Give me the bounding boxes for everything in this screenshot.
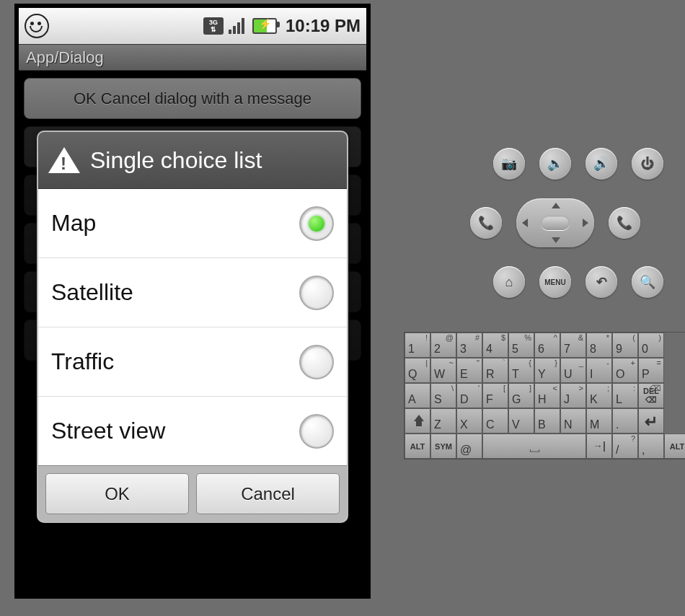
phone-frame: 3G⇅ 10:19 PM App/Dialog OK Cancel dialog… xyxy=(14,4,371,599)
keyboard-key[interactable]: K; xyxy=(586,383,612,408)
radio-icon[interactable] xyxy=(299,206,334,241)
dialog-option[interactable]: Satellite xyxy=(38,258,347,327)
smiley-icon xyxy=(25,14,49,38)
emulator-control-cluster: 📷 🔈 🔊 ⏻ 📞 📞 ⌂ MENU ↶ 🔍 xyxy=(447,148,663,317)
keyboard-key[interactable]: . xyxy=(612,408,638,434)
keyboard-key[interactable]: ALT xyxy=(664,434,685,459)
phone-screen: 3G⇅ 10:19 PM App/Dialog OK Cancel dialog… xyxy=(19,8,366,594)
keyboard-key[interactable] xyxy=(586,434,612,459)
keyboard-key[interactable]: , xyxy=(638,434,664,459)
keyboard-key[interactable]: O+ xyxy=(612,358,638,383)
end-call-button[interactable]: 📞 xyxy=(609,207,640,239)
cancel-button[interactable]: Cancel xyxy=(196,473,340,514)
keyboard-key[interactable]: B xyxy=(534,408,560,434)
option-label: Satellite xyxy=(51,279,133,306)
keyboard-key[interactable]: X xyxy=(456,408,482,434)
volume-down-button[interactable]: 🔈 xyxy=(539,148,571,180)
keyboard-key[interactable]: ALT xyxy=(405,434,430,459)
option-label: Street view xyxy=(51,418,165,444)
dialog-button-bar: OK Cancel xyxy=(38,465,347,522)
signal-icon xyxy=(229,18,247,34)
radio-icon[interactable] xyxy=(299,414,334,449)
option-label: Map xyxy=(51,210,96,237)
keyboard-key[interactable]: P= xyxy=(638,358,664,383)
keyboard-key[interactable] xyxy=(405,408,430,434)
search-button[interactable]: 🔍 xyxy=(632,266,663,298)
radio-icon[interactable] xyxy=(299,276,334,310)
dpad-up[interactable] xyxy=(552,203,560,208)
dialog-option-list: Map Satellite Traffic Street view xyxy=(38,189,347,465)
call-button[interactable]: 📞 xyxy=(470,207,502,239)
dialog-option[interactable]: Street view xyxy=(38,397,347,465)
keyboard-key[interactable]: Q| xyxy=(405,358,430,383)
keyboard-key[interactable]: G] xyxy=(508,383,534,408)
volume-up-button[interactable]: 🔊 xyxy=(585,148,617,180)
dpad-right[interactable] xyxy=(583,219,588,227)
dpad[interactable] xyxy=(516,198,594,247)
keyboard-key[interactable]: SYM xyxy=(430,434,456,459)
keyboard-key[interactable]: R` xyxy=(482,358,508,383)
dpad-down[interactable] xyxy=(552,237,560,243)
keyboard-key[interactable]: 4$ xyxy=(482,333,508,358)
keyboard-key[interactable]: 9( xyxy=(612,333,638,358)
keyboard-key[interactable]: 1! xyxy=(405,333,430,358)
keyboard-key[interactable]: 5% xyxy=(508,333,534,358)
keyboard-key[interactable]: Y} xyxy=(534,358,560,383)
emulator-keyboard: 1!2@3#4$5%6^7&8*9(0)Q|W~E"R`T{Y}U_I-O+P=… xyxy=(404,332,685,459)
back-button[interactable]: ↶ xyxy=(585,266,617,298)
status-clock: 10:19 PM xyxy=(286,16,361,36)
status-bar: 3G⇅ 10:19 PM xyxy=(19,8,366,44)
dialog-option[interactable]: Map xyxy=(38,189,347,258)
keyboard-key[interactable]: 6^ xyxy=(534,333,560,358)
keyboard-key[interactable]: Z xyxy=(430,408,456,434)
dpad-center-button[interactable] xyxy=(541,216,570,230)
menu-button[interactable]: MENU xyxy=(539,266,571,298)
status-right: 3G⇅ 10:19 PM xyxy=(203,16,361,36)
power-button[interactable]: ⏻ xyxy=(632,148,663,180)
camera-button[interactable]: 📷 xyxy=(493,148,525,180)
keyboard-key[interactable]: 8* xyxy=(586,333,612,358)
keyboard-key[interactable]: C xyxy=(482,408,508,434)
keyboard-key[interactable]: D' xyxy=(456,383,482,408)
keyboard-key[interactable]: 2@ xyxy=(430,333,456,358)
keyboard-key[interactable]: A xyxy=(405,383,430,408)
keyboard-key[interactable]: M xyxy=(586,408,612,434)
keyboard-key[interactable]: DEL⌫⌫ xyxy=(638,383,664,408)
home-button[interactable]: ⌂ xyxy=(493,266,525,298)
option-label: Traffic xyxy=(51,348,114,375)
dialog-header: Single choice list xyxy=(38,132,347,189)
keyboard-key[interactable]: I- xyxy=(586,358,612,383)
dialog-title: Single choice list xyxy=(90,147,262,174)
bg-button[interactable]: OK Cancel dialog with a message xyxy=(24,78,361,119)
keyboard-key[interactable]: /? xyxy=(612,434,638,459)
keyboard-key[interactable]: 0) xyxy=(638,333,664,358)
keyboard-key[interactable] xyxy=(482,434,586,459)
radio-icon[interactable] xyxy=(299,345,334,379)
keyboard-key[interactable]: 3# xyxy=(456,333,482,358)
keyboard-key[interactable]: E" xyxy=(456,358,482,383)
battery-charging-icon xyxy=(252,18,277,34)
keyboard-key[interactable]: W~ xyxy=(430,358,456,383)
keyboard-key[interactable] xyxy=(638,408,664,434)
ok-button[interactable]: OK xyxy=(45,473,189,514)
alert-icon xyxy=(48,147,80,173)
keyboard-key[interactable]: 7& xyxy=(560,333,586,358)
keyboard-key[interactable]: N xyxy=(560,408,586,434)
keyboard-key[interactable]: H< xyxy=(534,383,560,408)
dpad-left[interactable] xyxy=(522,219,528,227)
keyboard-key[interactable]: U_ xyxy=(560,358,586,383)
keyboard-key[interactable]: L: xyxy=(612,383,638,408)
keyboard-key[interactable]: J> xyxy=(560,383,586,408)
keyboard-key[interactable]: F[ xyxy=(482,383,508,408)
dialog-option[interactable]: Traffic xyxy=(38,327,347,397)
keyboard-key[interactable]: V xyxy=(508,408,534,434)
keyboard-key[interactable]: S\ xyxy=(430,383,456,408)
activity-title: App/Dialog xyxy=(19,44,366,71)
keyboard-key[interactable]: T{ xyxy=(508,358,534,383)
network-3g-icon: 3G⇅ xyxy=(203,17,224,35)
single-choice-dialog: Single choice list Map Satellite Traffic… xyxy=(37,131,348,523)
keyboard-key[interactable]: @ xyxy=(456,434,482,459)
